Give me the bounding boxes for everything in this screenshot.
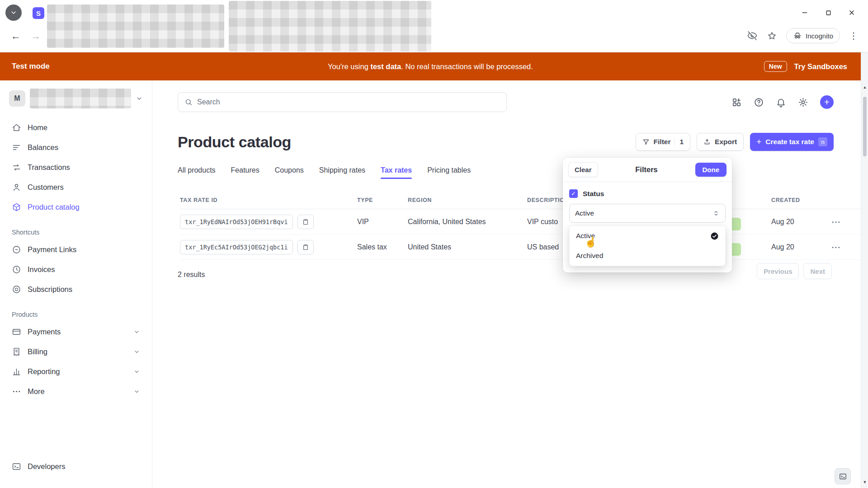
more-dots-icon (12, 387, 21, 396)
help-icon[interactable] (754, 97, 764, 108)
tab-search-button[interactable] (5, 5, 22, 21)
catalog-tabs: All products Features Coupons Shipping r… (178, 166, 861, 179)
chevron-down-icon (136, 95, 143, 102)
scroll-down-icon[interactable]: ▼ (861, 480, 868, 484)
table-row[interactable]: txr_1RyEc5AIrOd53jOEG2jqbc1i Sales tax U… (180, 235, 861, 260)
preview-eye-off-icon[interactable] (747, 30, 758, 41)
previous-page-button[interactable]: Previous (757, 263, 799, 279)
sidebar-item-label: Home (28, 123, 47, 132)
page-title: Product catalog (178, 133, 291, 151)
browser-menu-icon[interactable]: ⋮ (849, 30, 858, 41)
developers-icon (12, 462, 21, 471)
page-scrollbar[interactable]: ▲ ▼ (861, 52, 868, 488)
sidebar-item-label: Reporting (28, 367, 60, 376)
next-page-button[interactable]: Next (803, 263, 832, 279)
select-chevrons-icon (712, 210, 720, 217)
chevron-down-icon (10, 9, 17, 16)
search-icon (184, 98, 193, 106)
cell-region: United States (408, 243, 527, 251)
status-select[interactable]: Active (569, 204, 726, 223)
sidebar-item-developers[interactable]: Developers (7, 456, 145, 476)
chevron-down-icon (133, 328, 140, 335)
test-mode-banner: Test mode You're using test data. No rea… (0, 52, 861, 80)
sidebar-item-billing[interactable]: Billing (7, 342, 145, 361)
invoices-icon (12, 265, 21, 274)
message-pre: You're using (328, 62, 370, 70)
billing-icon (12, 347, 21, 357)
account-switcher[interactable]: M (7, 89, 145, 108)
option-archived[interactable]: Archived (570, 246, 725, 266)
tab-features[interactable]: Features (231, 166, 259, 179)
test-mode-message: You're using test data. No real transact… (328, 62, 533, 71)
account-avatar: M (9, 90, 25, 107)
sidebar-item-transactions[interactable]: Transactions (7, 157, 145, 177)
tab-shipping-rates[interactable]: Shipping rates (319, 166, 365, 179)
filter-button[interactable]: Filter 1 (636, 133, 691, 151)
sidebar-item-product-catalog[interactable]: Product catalog (7, 197, 145, 217)
terminal-icon (839, 472, 847, 481)
search-input[interactable] (197, 98, 500, 106)
copy-id-button[interactable] (297, 215, 314, 229)
scrollbar-thumb[interactable] (863, 97, 867, 156)
payment-links-icon (12, 245, 21, 254)
sidebar-item-label: Product catalog (28, 203, 80, 211)
chevron-down-icon (133, 348, 140, 355)
table-header: TAX RATE ID TYPE REGION DESCRIPTION CREA… (180, 197, 861, 209)
sidebar: M Home Balances Transactions Customers (0, 80, 152, 488)
sidebar-item-label: Billing (28, 347, 47, 356)
sidebar-item-subscriptions[interactable]: Subscriptions (7, 279, 145, 299)
bookmark-star-icon[interactable] (767, 31, 777, 41)
subscriptions-icon (12, 285, 21, 294)
sidebar-item-invoices[interactable]: Invoices (7, 259, 145, 279)
browser-forward-button[interactable]: → (31, 31, 41, 42)
filters-title: Filters (598, 165, 695, 174)
sidebar-item-home[interactable]: Home (7, 117, 145, 137)
message-bold: test data (370, 62, 401, 70)
sidebar-item-payments[interactable]: Payments (7, 322, 145, 342)
filter-label: Filter (654, 138, 671, 146)
row-actions-button[interactable]: ⋯ (831, 242, 841, 253)
done-button[interactable]: Done (695, 163, 727, 177)
create-tax-rate-button[interactable]: + Create tax rate n (750, 133, 834, 151)
window-controls (793, 4, 863, 22)
close-button[interactable] (840, 4, 863, 22)
developer-console-button[interactable] (835, 468, 851, 484)
table-row[interactable]: txr_1RyEdNAIrOd53jOEH91rBqvi VIP Califor… (180, 209, 861, 235)
status-checkbox[interactable]: ✓ (569, 189, 578, 198)
sidebar-item-label: Subscriptions (28, 285, 72, 294)
new-badge: New (764, 61, 787, 72)
copy-id-button[interactable] (297, 240, 314, 254)
maximize-button[interactable] (816, 4, 840, 22)
tab-tax-rates[interactable]: Tax rates (381, 166, 412, 179)
tax-rate-id-chip[interactable]: txr_1RyEc5AIrOd53jOEG2jqbc1i (180, 240, 293, 254)
try-sandboxes-link[interactable]: Try Sandboxes (794, 62, 847, 71)
tab-coupons[interactable]: Coupons (275, 166, 304, 179)
scroll-up-icon[interactable]: ▲ (861, 85, 868, 89)
create-plus-icon[interactable]: + (820, 95, 834, 109)
sidebar-item-balances[interactable]: Balances (7, 137, 145, 157)
tab-pricing-tables[interactable]: Pricing tables (427, 166, 471, 179)
filters-popover: Clear Filters Done ✓ Status Active Activ… (563, 158, 732, 272)
sidebar-item-customers[interactable]: Customers (7, 177, 145, 197)
export-button[interactable]: Export (697, 133, 744, 151)
sidebar-item-reporting[interactable]: Reporting (7, 361, 145, 381)
notifications-bell-icon[interactable] (776, 97, 786, 108)
export-icon (703, 138, 711, 145)
status-filter-label: Status (583, 190, 604, 198)
clear-filters-button[interactable]: Clear (568, 162, 598, 177)
sidebar-item-more[interactable]: More (7, 381, 145, 401)
browser-chrome: S ← → Incognito ⋮ (0, 0, 868, 52)
minimize-button[interactable] (793, 4, 816, 22)
global-search[interactable] (178, 92, 507, 112)
favicon-letter: S (36, 9, 41, 17)
apps-grid-icon[interactable] (731, 97, 742, 108)
settings-gear-icon[interactable] (798, 97, 808, 108)
row-actions-button[interactable]: ⋯ (831, 216, 841, 227)
browser-back-button[interactable]: ← (11, 31, 21, 42)
tab-all-products[interactable]: All products (178, 166, 216, 179)
sidebar-item-label: Payments (28, 328, 61, 336)
tax-rate-id-chip[interactable]: txr_1RyEdNAIrOd53jOEH91rBqvi (180, 215, 293, 229)
message-post: . No real transactions will be processed… (401, 62, 533, 70)
sidebar-item-payment-links[interactable]: Payment Links (7, 239, 145, 259)
products-heading: Products (12, 311, 145, 318)
